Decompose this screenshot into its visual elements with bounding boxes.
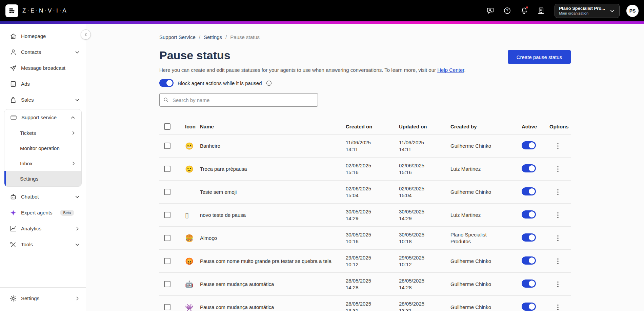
breadcrumb-separator: / — [225, 34, 227, 40]
organization-icon[interactable] — [537, 7, 545, 15]
row-checkbox[interactable] — [164, 166, 170, 172]
sidebar-item-chatbot[interactable]: Chatbot — [0, 189, 86, 205]
row-checkbox[interactable] — [164, 281, 170, 287]
description-text: Here you can create and edit pause statu… — [159, 67, 437, 73]
sidebar-item-tools[interactable]: Tools — [0, 236, 86, 252]
notifications-bell-icon[interactable] — [520, 7, 528, 15]
search-icon — [163, 97, 169, 103]
chevron-right-icon — [71, 161, 77, 167]
sidebar-subitem-settings[interactable]: Settings — [4, 171, 81, 186]
sidebar-subitem-monitor-operation[interactable]: Monitor operation — [4, 141, 81, 156]
help-icon[interactable]: ? — [503, 7, 511, 15]
sidebar-item-settings[interactable]: Settings — [0, 290, 86, 306]
sparkle-icon — [9, 209, 17, 216]
organization-selector[interactable]: Plano Specialist Pro... Main organizatio… — [555, 4, 620, 18]
active-toggle[interactable] — [522, 303, 536, 311]
sales-icon — [9, 96, 17, 104]
table-row: Teste sem emoji 02/06/202515:04 02/06/20… — [159, 181, 571, 204]
block-agent-actions-label: Block agent actions while it is paused — [178, 80, 262, 86]
sidebar-item-label: Homepage — [21, 33, 46, 39]
active-toggle[interactable] — [522, 256, 536, 265]
active-toggle[interactable] — [522, 233, 536, 242]
created-on-cell: 11/06/202514:11 — [346, 139, 399, 153]
kebab-menu-icon[interactable] — [554, 304, 571, 311]
kebab-menu-icon[interactable] — [554, 188, 571, 196]
kebab-menu-icon[interactable] — [554, 234, 571, 242]
active-toggle[interactable] — [522, 279, 536, 288]
sidebar-item-label: Tools — [21, 242, 33, 247]
updated-on-cell: 02/06/202515:04 — [399, 185, 450, 199]
pause-emoji-icon: 👾 — [180, 303, 200, 311]
created-on-cell: 02/06/202515:04 — [346, 185, 399, 199]
sidebar-item-label: Settings — [21, 295, 39, 301]
sidebar-subitem-tickets[interactable]: Tickets — [4, 125, 81, 141]
row-checkbox[interactable] — [164, 189, 170, 195]
search-input[interactable] — [159, 93, 318, 107]
active-toggle[interactable] — [522, 141, 536, 149]
ads-icon — [9, 80, 17, 88]
pause-emoji-icon: 😬 — [180, 142, 200, 150]
breadcrumb-settings[interactable]: Settings — [204, 34, 222, 40]
row-checkbox[interactable] — [164, 212, 170, 218]
select-all-checkbox[interactable] — [164, 123, 170, 130]
sidebar-item-label: Contacts — [21, 49, 41, 55]
sidebar-item-contacts[interactable]: Contacts — [0, 44, 86, 60]
sidebar-item-message-broadcast[interactable]: Message broadcast — [0, 60, 86, 76]
pause-emoji-icon: 🍔 — [180, 234, 200, 242]
kebab-menu-icon[interactable] — [554, 142, 571, 150]
row-checkbox[interactable] — [164, 304, 170, 310]
create-pause-status-button[interactable]: Create pause status — [508, 50, 571, 64]
chatbot-icon — [9, 193, 17, 201]
created-by-cell: Guilherme Chinko — [450, 304, 505, 311]
sidebar-subitem-inbox[interactable]: Inbox — [4, 156, 81, 171]
main-content: Support Service / Settings / Pause statu… — [86, 24, 644, 311]
sidebar-item-sales[interactable]: Sales — [0, 92, 86, 108]
block-agent-actions-toggle[interactable] — [159, 79, 174, 87]
active-toggle[interactable] — [522, 210, 536, 219]
sidebar-item-expert-agents[interactable]: Expert agents Beta — [0, 205, 86, 221]
sidebar-subitem-label: Settings — [20, 176, 38, 182]
chevron-right-icon — [71, 130, 77, 136]
row-checkbox[interactable] — [164, 235, 170, 241]
created-by-cell: Plano Specialist Produtos — [450, 231, 505, 245]
info-icon[interactable] — [266, 80, 272, 86]
row-checkbox[interactable] — [164, 258, 170, 264]
conversations-icon[interactable] — [486, 7, 494, 15]
zenvia-logo-icon — [5, 4, 18, 17]
kebab-menu-icon[interactable] — [554, 281, 571, 288]
row-checkbox[interactable] — [164, 143, 170, 149]
breadcrumb-support-service[interactable]: Support Service — [159, 34, 196, 40]
description-period: . — [464, 67, 465, 73]
created-on-cell: 02/06/202515:16 — [346, 162, 399, 176]
created-by-cell: Guilherme Chinko — [450, 189, 505, 195]
kebab-menu-icon[interactable] — [554, 211, 571, 219]
sidebar-collapse-button[interactable] — [81, 29, 91, 40]
breadcrumb: Support Service / Settings / Pause statu… — [159, 34, 571, 40]
user-avatar[interactable]: PS — [626, 5, 639, 17]
help-center-link[interactable]: Help Center — [437, 67, 464, 73]
kebab-menu-icon[interactable] — [554, 257, 571, 265]
pause-name: Pause sem mudança automática — [200, 281, 346, 288]
table-row: 🤖 Pause sem mudança automática 28/05/202… — [159, 273, 571, 296]
pause-emoji-icon: 😡 — [180, 257, 200, 265]
pause-name: novo teste de pausa — [200, 212, 346, 219]
chevron-right-icon — [74, 226, 80, 232]
sidebar-item-support-service[interactable]: Support service — [4, 109, 81, 125]
created-by-cell: Guilherme Chinko — [450, 143, 505, 149]
chevron-down-icon — [74, 242, 80, 248]
table-row: 🙂 Troca para prépausa 02/06/202515:16 02… — [159, 158, 571, 181]
topbar: Z·E·N·V·I·A ? Plano Specialist Pro... Ma… — [0, 0, 644, 21]
active-toggle[interactable] — [522, 164, 536, 172]
support-service-icon — [10, 114, 17, 121]
header-name: Name — [200, 124, 346, 129]
sidebar-item-homepage[interactable]: Homepage — [0, 28, 86, 44]
active-toggle[interactable] — [522, 187, 536, 195]
sidebar-subitem-label: Tickets — [20, 130, 36, 136]
created-by-cell: Luiz Martinez — [450, 212, 505, 219]
kebab-menu-icon[interactable] — [554, 165, 571, 173]
created-on-cell: 28/05/202514:28 — [346, 277, 399, 291]
sidebar-item-analytics[interactable]: Analytics — [0, 221, 86, 236]
organization-selector-text: Plano Specialist Pro... Main organizatio… — [559, 6, 605, 16]
sidebar-item-ads[interactable]: Ads — [0, 76, 86, 92]
contacts-icon — [9, 48, 17, 56]
